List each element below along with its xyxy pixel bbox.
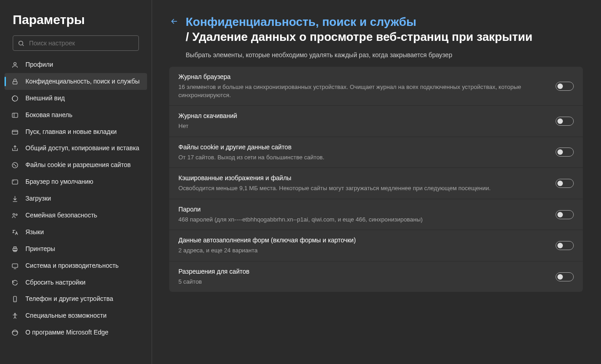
- svg-line-1: [22, 44, 24, 46]
- search-icon: [18, 40, 25, 47]
- sidebar-item-sidebar[interactable]: Боковая панель: [5, 107, 147, 123]
- svg-point-0: [19, 41, 23, 45]
- panel-icon: [11, 111, 19, 119]
- svg-point-14: [16, 214, 17, 215]
- sidebar-item-appearance[interactable]: Внешний вид: [5, 90, 147, 107]
- setting-subtitle: 468 паролей (для xn----etbhhqogabbrhn.xn…: [178, 216, 547, 224]
- system-icon: [11, 262, 19, 270]
- sidebar-item-privacy[interactable]: Конфиденциальность, поиск и службы: [5, 73, 147, 90]
- toggle-browsing-history[interactable]: [556, 82, 574, 91]
- setting-subtitle: 16 элементов и больше на синхронизирован…: [178, 83, 547, 99]
- lock-icon: [11, 78, 19, 86]
- search-input[interactable]: [29, 39, 134, 47]
- sidebar-item-label: Принтеры: [25, 245, 55, 253]
- back-button[interactable]: [169, 16, 179, 26]
- svg-point-21: [15, 313, 16, 315]
- edge-icon: [11, 329, 19, 337]
- sidebar-item-label: Система и производительность: [25, 261, 118, 270]
- share-icon: [11, 144, 19, 152]
- svg-rect-11: [12, 180, 18, 184]
- sidebar-item-label: Общий доступ, копирование и вставка: [25, 144, 139, 152]
- svg-rect-16: [14, 246, 16, 248]
- sidebar-item-reset[interactable]: Сбросить настройки: [5, 274, 147, 291]
- sidebar-item-label: Пуск, главная и новые вкладки: [25, 128, 117, 136]
- settings-list: Журнал браузера 16 элементов и больше на…: [169, 67, 583, 292]
- sidebar-item-label: Боковая панель: [25, 111, 72, 119]
- sidebar-item-family[interactable]: Семейная безопасность: [5, 207, 147, 224]
- breadcrumb-separator: /: [186, 30, 189, 44]
- svg-point-9: [14, 164, 14, 165]
- svg-rect-18: [12, 264, 18, 267]
- setting-title: Журнал скачиваний: [178, 112, 547, 119]
- cookie-icon: [11, 161, 19, 169]
- reset-icon: [11, 279, 19, 287]
- sidebar-item-label: Профили: [25, 60, 53, 69]
- breadcrumb-parent-link[interactable]: Конфиденциальность, поиск и службы: [186, 15, 416, 29]
- sidebar-item-system[interactable]: Система и производительность: [5, 257, 147, 274]
- download-icon: [11, 195, 19, 203]
- breadcrumb-current: Удаление данных о просмотре веб-страниц …: [192, 30, 532, 44]
- page-header: Конфиденциальность, поиск и службы / Уда…: [169, 15, 583, 44]
- toggle-cookies[interactable]: [556, 148, 574, 157]
- toggle-cache[interactable]: [556, 179, 574, 188]
- sidebar-item-label: Языки: [25, 228, 44, 236]
- toggle-autofill[interactable]: [556, 241, 574, 250]
- svg-rect-3: [13, 81, 17, 84]
- setting-row-browsing-history: Журнал браузера 16 элементов и больше на…: [169, 67, 583, 106]
- sidebar-item-printers[interactable]: Принтеры: [5, 241, 147, 257]
- profile-icon: [11, 61, 19, 69]
- printer-icon: [11, 245, 19, 253]
- search-box[interactable]: [13, 35, 139, 51]
- setting-row-cache: Кэшированные изображения и файлы Освобод…: [169, 168, 583, 199]
- sidebar-item-start[interactable]: Пуск, главная и новые вкладки: [5, 123, 147, 140]
- accessibility-icon: [11, 312, 19, 320]
- sidebar-item-downloads[interactable]: Загрузки: [5, 190, 147, 207]
- sidebar-item-accessibility[interactable]: Специальные возможности: [5, 307, 147, 324]
- setting-row-download-history: Журнал скачиваний Нет: [169, 106, 583, 137]
- toggle-passwords[interactable]: [556, 210, 574, 219]
- sidebar-item-label: Внешний вид: [25, 94, 65, 103]
- setting-row-passwords: Пароли 468 паролей (для xn----etbhhqogab…: [169, 199, 583, 231]
- svg-point-10: [15, 166, 16, 166]
- toggle-site-permissions[interactable]: [556, 272, 574, 281]
- settings-title: Параметры: [13, 13, 152, 27]
- setting-row-cookies: ✓ Файлы cookie и другие данные сайтов От…: [169, 137, 583, 168]
- appearance-icon: [11, 94, 19, 103]
- sidebar-nav: Профили Конфиденциальность, поиск и служ…: [0, 56, 152, 341]
- sidebar-item-default-browser[interactable]: Браузер по умолчанию: [5, 173, 147, 190]
- setting-subtitle: От 17 сайтов. Выход из сети на большинст…: [178, 153, 547, 162]
- main-content: Конфиденциальность, поиск и службы / Уда…: [152, 0, 601, 364]
- svg-rect-5: [12, 113, 18, 117]
- breadcrumb: Конфиденциальность, поиск и службы / Уда…: [186, 15, 532, 44]
- page-description: Выбрать элементы, которые необходимо уда…: [186, 51, 583, 59]
- svg-point-22: [12, 330, 18, 335]
- setting-row-autofill: Данные автозаполнения форм (включая форм…: [169, 230, 583, 261]
- setting-row-site-permissions: Разрешения для сайтов 5 сайтов: [169, 261, 583, 292]
- setting-title: Данные автозаполнения форм (включая форм…: [178, 236, 547, 244]
- setting-title: Кэшированные изображения и файлы: [178, 174, 547, 182]
- sidebar-item-profiles[interactable]: Профили: [5, 56, 147, 73]
- setting-title: Файлы cookie и другие данные сайтов: [178, 143, 547, 151]
- phone-icon: [11, 295, 19, 303]
- sidebar-item-languages[interactable]: Языки: [5, 224, 147, 241]
- sidebar-item-label: Файлы cookie и разрешения сайтов: [25, 161, 131, 169]
- svg-point-12: [13, 181, 14, 181]
- setting-subtitle: 2 адреса, и еще 24 варианта: [178, 246, 547, 255]
- sidebar-item-label: Семейная безопасность: [25, 211, 97, 220]
- sidebar-item-cookies[interactable]: Файлы cookie и разрешения сайтов: [5, 157, 147, 173]
- svg-point-13: [13, 213, 15, 215]
- sidebar-item-share[interactable]: Общий доступ, копирование и вставка: [5, 140, 147, 157]
- setting-title: Пароли: [178, 206, 547, 213]
- svg-point-2: [14, 63, 16, 65]
- setting-title: Журнал браузера: [178, 73, 547, 80]
- sidebar-item-about[interactable]: О программе Microsoft Edge: [5, 324, 147, 341]
- sidebar-item-label: О программе Microsoft Edge: [25, 328, 108, 337]
- sidebar-item-phone[interactable]: Телефон и другие устройства: [5, 290, 147, 307]
- browser-icon: [11, 178, 19, 186]
- setting-title: Разрешения для сайтов: [178, 268, 547, 275]
- setting-subtitle: 5 сайтов: [178, 278, 547, 286]
- svg-point-8: [12, 162, 18, 168]
- sidebar-item-label: Конфиденциальность, поиск и службы: [25, 77, 140, 86]
- sidebar: Параметры Профили Конфиденциальность, по…: [0, 0, 152, 364]
- toggle-download-history[interactable]: [556, 117, 574, 126]
